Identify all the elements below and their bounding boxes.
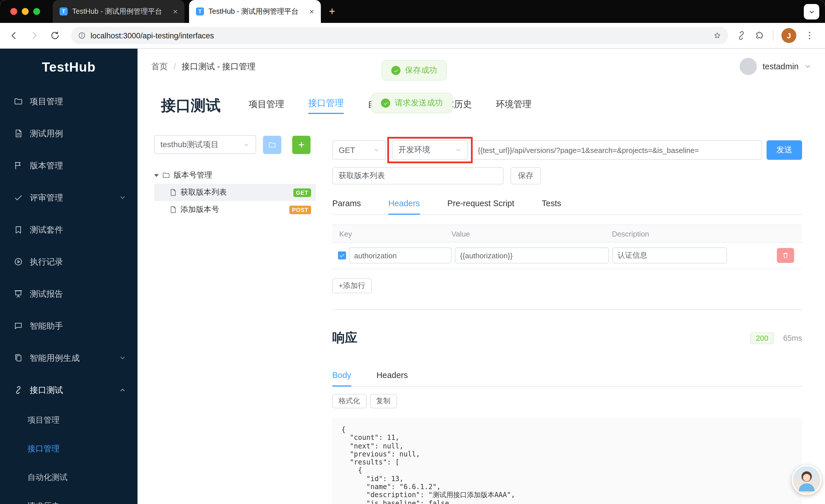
send-button[interactable]: 发送 <box>766 140 802 160</box>
url-text: localhost:3000/api-testing/interfaces <box>90 31 709 40</box>
sidebar-subitem-label: 请求历史 <box>27 501 60 504</box>
add-row-button[interactable]: +添加行 <box>332 278 372 293</box>
copy-button[interactable]: 复制 <box>370 394 397 408</box>
sidebar-item-run-records[interactable]: 执行记录 <box>0 246 138 278</box>
minimize-window-button[interactable] <box>22 8 29 15</box>
tab-project-mgmt[interactable]: 项目管理 <box>249 98 284 114</box>
link-icon[interactable] <box>736 30 747 41</box>
browser-tab-active[interactable]: T TestHub - 测试用例管理平台 × <box>189 0 321 23</box>
browser-menu-icon[interactable] <box>804 30 815 41</box>
sidebar-item-label: 测试用例 <box>30 128 63 139</box>
caret-down-icon[interactable] <box>154 174 159 177</box>
sidebar-item-test-suites[interactable]: 测试套件 <box>0 214 138 246</box>
sidebar-item-test-reports[interactable]: 测试报告 <box>0 278 138 310</box>
breadcrumb-home[interactable]: 首页 <box>151 61 168 72</box>
back-button[interactable] <box>6 27 22 44</box>
tree-node-add-version[interactable]: 添加版本号 POST <box>154 201 316 218</box>
play-circle-icon <box>14 257 23 266</box>
header-value-input[interactable] <box>455 247 609 263</box>
request-name-input[interactable] <box>332 167 504 184</box>
close-window-button[interactable] <box>10 8 17 15</box>
tab-search-button[interactable] <box>804 4 819 19</box>
sidebar-item-test-cases[interactable]: 测试用例 <box>0 117 138 150</box>
tab-env-mgmt[interactable]: 环境管理 <box>496 98 531 114</box>
zoom-window-button[interactable] <box>33 8 40 15</box>
sidebar-subitem-interface-mgmt[interactable]: 接口管理 <box>0 435 138 463</box>
sidebar-item-review-mgmt[interactable]: 评审管理 <box>0 182 138 214</box>
tab-params[interactable]: Params <box>332 194 361 214</box>
breadcrumb: 首页 / 接口测试 - 接口管理 <box>151 61 255 72</box>
tab-close-icon[interactable]: × <box>173 7 177 16</box>
header-desc-input[interactable] <box>612 247 727 263</box>
assistant-avatar[interactable] <box>792 465 822 495</box>
environment-select[interactable]: 开发环境 <box>392 140 468 160</box>
bookmark-star-icon[interactable] <box>713 31 721 39</box>
column-key: Key <box>339 229 451 238</box>
trash-icon <box>781 251 790 259</box>
method-select[interactable]: GET <box>332 140 386 160</box>
copy-docs-icon <box>14 353 23 362</box>
sidebar-item-ai-case-gen[interactable]: 智能用例生成 <box>0 342 138 374</box>
format-button[interactable]: 格式化 <box>332 394 366 408</box>
reload-button[interactable] <box>47 27 63 44</box>
check-icon <box>393 68 398 73</box>
request-name-row: 保存 <box>332 167 802 184</box>
new-folder-button[interactable] <box>263 136 281 154</box>
request-url-input[interactable] <box>471 140 762 160</box>
sidebar-item-ai-assistant[interactable]: 智能助手 <box>0 310 138 342</box>
browser-tab-bar: T TestHub - 测试用例管理平台 × T TestHub - 测试用例管… <box>0 0 825 23</box>
chevron-down-icon <box>808 8 815 15</box>
api-explorer-panel: testhub测试项目 + 版本号管理 <box>154 135 316 218</box>
request-panel: GET 开发环境 发送 <box>332 135 825 504</box>
column-description: Description <box>612 229 802 238</box>
sidebar-item-version-mgmt[interactable]: 版本管理 <box>0 150 138 182</box>
toolbar-divider <box>773 30 773 41</box>
browser-tab-inactive[interactable]: T TestHub - 测试用例管理平台 × <box>53 0 184 23</box>
tree-node-get-versions[interactable]: 获取版本列表 GET <box>154 184 316 201</box>
save-button[interactable]: 保存 <box>511 167 541 184</box>
tab-pre-request-script[interactable]: Pre-request Script <box>447 194 515 214</box>
chevron-down-icon <box>373 147 380 154</box>
project-select[interactable]: testhub测试项目 <box>154 135 256 154</box>
tab-close-icon[interactable]: × <box>309 7 314 16</box>
headers-table-row <box>332 243 802 269</box>
extensions-puzzle-icon[interactable] <box>755 30 765 41</box>
sidebar-subitem-project-mgmt[interactable]: 项目管理 <box>0 406 138 435</box>
tab-headers[interactable]: Headers <box>388 194 420 215</box>
breadcrumb-current: 接口测试 - 接口管理 <box>181 61 255 72</box>
user-menu[interactable]: testadmin <box>740 58 811 75</box>
tab-response-headers[interactable]: Headers <box>376 366 408 386</box>
tab-interface-mgmt[interactable]: 接口管理 <box>308 97 344 114</box>
method-select-value: GET <box>339 146 355 155</box>
success-check-icon <box>391 66 400 75</box>
tab-response-body[interactable]: Body <box>332 366 351 387</box>
sidebar-item-label: 项目管理 <box>30 96 63 107</box>
forward-button[interactable] <box>26 27 43 44</box>
user-avatar <box>740 58 757 75</box>
tab-tests[interactable]: Tests <box>542 194 561 214</box>
sidebar-subitem-automation[interactable]: 自动化测试 <box>0 463 138 492</box>
tree-folder-label: 版本号管理 <box>173 170 212 180</box>
sidebar: TestHub 项目管理 测试用例 版本管理 评审管理 测试套件 <box>0 49 138 504</box>
sidebar-item-api-testing[interactable]: 接口测试 <box>0 374 138 406</box>
toast-save-success: 保存成功 <box>382 60 447 81</box>
app-logo: TestHub <box>0 49 138 85</box>
method-badge-get: GET <box>293 188 311 197</box>
sidebar-item-label: 接口测试 <box>30 385 63 396</box>
sidebar-item-project-mgmt[interactable]: 项目管理 <box>0 85 138 117</box>
header-key-input[interactable] <box>349 247 451 263</box>
new-tab-button[interactable]: + <box>329 5 335 18</box>
success-check-icon <box>381 98 390 108</box>
file-icon <box>169 188 177 196</box>
add-interface-button[interactable]: + <box>292 136 310 154</box>
browser-profile-avatar[interactable]: J <box>781 28 796 43</box>
delete-row-button[interactable] <box>777 248 794 263</box>
response-body-json[interactable]: { "count": 11, "next": null, "previous":… <box>332 418 802 504</box>
row-enabled-checkbox[interactable] <box>338 251 346 259</box>
page-title-row: 接口测试 项目管理 接口管理 自动化测试 请求历史 环境管理 <box>138 84 825 126</box>
check-icon <box>339 253 345 258</box>
sidebar-subitem-request-history[interactable]: 请求历史 <box>0 492 138 504</box>
address-bar[interactable]: localhost:3000/api-testing/interfaces <box>71 27 728 44</box>
tree-folder-version-mgmt[interactable]: 版本号管理 <box>154 167 316 184</box>
info-icon[interactable] <box>78 31 86 39</box>
